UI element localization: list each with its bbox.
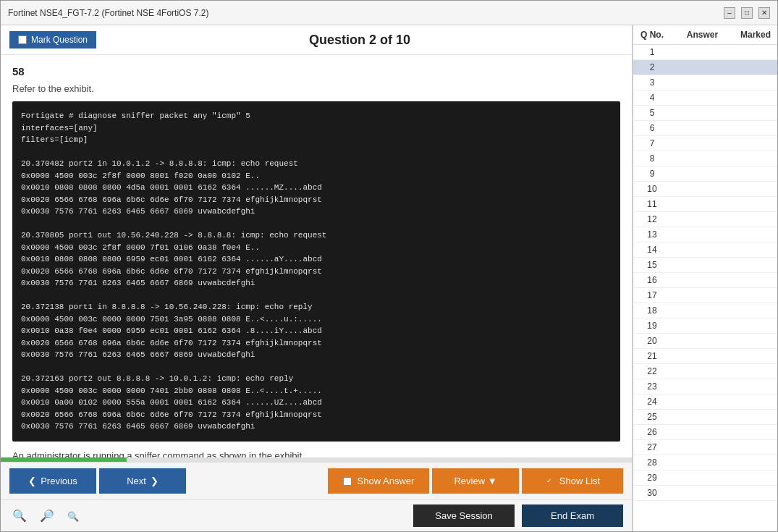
prev-arrow-icon: ❮ <box>28 476 36 486</box>
close-button[interactable]: ✕ <box>758 7 770 19</box>
sidebar-row[interactable]: 26 <box>633 425 777 440</box>
sidebar-list[interactable]: 1 2 3 4 5 6 7 8 9 10 11 <box>633 45 777 531</box>
sidebar-row[interactable]: 22 <box>633 364 777 379</box>
sidebar-row-qno: 17 <box>636 290 668 300</box>
sidebar-row-qno: 14 <box>636 245 668 255</box>
review-button[interactable]: Review ▼ <box>432 468 519 494</box>
end-exam-button[interactable]: End Exam <box>522 504 623 527</box>
sidebar-row-qno: 28 <box>636 457 668 468</box>
sidebar-row[interactable]: 29 <box>633 470 777 486</box>
sidebar-row-qno: 1 <box>636 47 668 57</box>
maximize-button[interactable]: □ <box>741 7 753 19</box>
sidebar-row-qno: 26 <box>636 427 668 437</box>
previous-button[interactable]: ❮ Previous <box>9 468 96 494</box>
sidebar-header: Q No. Answer Marked <box>633 25 777 45</box>
sidebar-row[interactable]: 15 <box>633 258 777 273</box>
sidebar-row[interactable]: 17 <box>633 288 777 303</box>
show-list-label: Show List <box>559 476 600 486</box>
sidebar-row-qno: 7 <box>636 138 668 148</box>
sidebar-row-qno: 24 <box>636 397 668 407</box>
exhibit-box: Fortigate # diagnose sniffer packet any … <box>12 101 620 442</box>
sidebar-row[interactable]: 1 <box>633 45 777 60</box>
sidebar-row-qno: 11 <box>636 199 668 209</box>
mark-question-button[interactable]: Mark Question <box>9 31 96 48</box>
question-number: 58 <box>12 65 620 77</box>
sidebar-row[interactable]: 20 <box>633 334 777 349</box>
bottom-buttons: ❮ Previous Next ❯ Show Answer Review ▼ <box>1 462 632 499</box>
sidebar-col-marked: Marked <box>737 30 774 40</box>
sidebar-row-qno: 18 <box>636 305 668 316</box>
show-answer-icon <box>343 477 352 486</box>
sidebar-row-qno: 16 <box>636 275 668 285</box>
question-body: 58 Refer to the exhibit. Fortigate # dia… <box>1 55 632 457</box>
sidebar-row[interactable]: 19 <box>633 318 777 334</box>
sidebar-row-qno: 3 <box>636 77 668 88</box>
sidebar-row-qno: 20 <box>636 336 668 346</box>
sidebar-row[interactable]: 9 <box>633 166 777 182</box>
zoom-out-icon: 🔍 <box>67 511 79 522</box>
previous-label: Previous <box>41 476 77 486</box>
sidebar-row[interactable]: 16 <box>633 273 777 288</box>
question-title: Question 2 of 10 <box>96 33 623 48</box>
sidebar-row-qno: 15 <box>636 260 668 270</box>
zoom-out-button[interactable]: 🔍 <box>64 508 82 524</box>
main-area: Mark Question Question 2 of 10 58 Refer … <box>1 25 777 531</box>
mark-icon <box>18 35 27 44</box>
next-button[interactable]: Next ❯ <box>99 468 186 494</box>
sidebar-row[interactable]: 6 <box>633 121 777 136</box>
title-bar: Fortinet NSE4_FGT-7.2 (Fortinet NSE 4For… <box>1 1 777 25</box>
content-area: Mark Question Question 2 of 10 58 Refer … <box>1 25 633 531</box>
window-controls: – □ ✕ <box>724 7 770 19</box>
sidebar-row[interactable]: 13 <box>633 227 777 242</box>
zoom-in-icon: 🔍 <box>12 510 27 522</box>
sidebar-row[interactable]: 14 <box>633 242 777 258</box>
sidebar-row-qno: 13 <box>636 229 668 240</box>
sidebar-row[interactable]: 12 <box>633 212 777 227</box>
review-label: Review <box>454 476 485 486</box>
show-answer-label: Show Answer <box>358 476 415 486</box>
end-exam-label: End Exam <box>551 510 594 521</box>
sidebar-row[interactable]: 23 <box>633 379 777 394</box>
review-arrow-icon: ▼ <box>488 476 497 486</box>
question-description: An administrator is running a sniffer co… <box>12 450 620 458</box>
minimize-button[interactable]: – <box>724 7 735 19</box>
sidebar-row[interactable]: 28 <box>633 455 777 470</box>
sidebar-row-qno: 27 <box>636 442 668 452</box>
sidebar-row[interactable]: 21 <box>633 349 777 364</box>
sidebar-row[interactable]: 24 <box>633 394 777 410</box>
sidebar-row[interactable]: 4 <box>633 90 777 106</box>
sidebar-row[interactable]: 2 <box>633 60 777 75</box>
next-arrow-icon: ❯ <box>151 476 158 486</box>
sidebar-row-qno: 19 <box>636 321 668 331</box>
sidebar-row[interactable]: 7 <box>633 136 777 151</box>
sidebar-row-qno: 29 <box>636 473 668 483</box>
sidebar-row[interactable]: 8 <box>633 151 777 166</box>
sidebar-row-qno: 9 <box>636 169 668 179</box>
sidebar-row-qno: 8 <box>636 153 668 164</box>
save-session-label: Save Session <box>435 510 493 521</box>
zoom-in-button[interactable]: 🔍 <box>9 507 30 524</box>
window-title: Fortinet NSE4_FGT-7.2 (Fortinet NSE 4For… <box>8 8 208 18</box>
sidebar-row[interactable]: 11 <box>633 197 777 212</box>
sidebar-row-qno: 2 <box>636 62 668 72</box>
sidebar-row[interactable]: 27 <box>633 440 777 455</box>
mark-button-label: Mark Question <box>31 35 88 45</box>
show-answer-button[interactable]: Show Answer <box>328 468 429 494</box>
sidebar-row-qno: 30 <box>636 488 668 498</box>
show-list-icon <box>545 477 554 486</box>
sidebar-row[interactable]: 5 <box>633 106 777 121</box>
sidebar-row-qno: 25 <box>636 412 668 422</box>
sidebar-row[interactable]: 10 <box>633 182 777 197</box>
sidebar-row-qno: 6 <box>636 123 668 133</box>
zoom-reset-button[interactable]: 🔎 <box>37 507 57 524</box>
sidebar-row[interactable]: 30 <box>633 486 777 501</box>
zoom-bar: 🔍 🔎 🔍 Save Session End Exam <box>1 499 632 531</box>
zoom-reset-icon: 🔎 <box>40 510 54 522</box>
sidebar-row[interactable]: 25 <box>633 410 777 425</box>
save-session-button[interactable]: Save Session <box>413 504 515 527</box>
show-list-button[interactable]: Show List <box>522 468 623 494</box>
sidebar-row-qno: 21 <box>636 351 668 361</box>
sidebar-row[interactable]: 18 <box>633 303 777 318</box>
sidebar: Q No. Answer Marked 1 2 3 4 5 6 7 8 <box>633 25 777 531</box>
sidebar-row[interactable]: 3 <box>633 75 777 90</box>
